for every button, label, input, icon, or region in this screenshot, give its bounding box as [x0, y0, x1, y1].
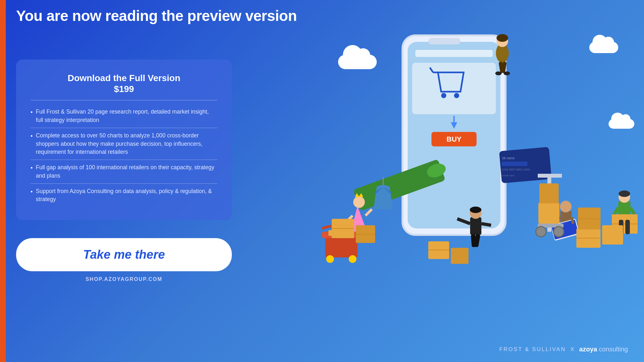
- svg-point-23: [495, 71, 502, 75]
- svg-point-24: [504, 71, 510, 75]
- feature-item-4: • Support from Azoya Consulting on data …: [31, 184, 217, 207]
- svg-point-74: [536, 227, 546, 237]
- footer-branding: FROST & SULLIVAN X azoya consulting: [499, 346, 628, 353]
- svg-rect-64: [451, 248, 469, 264]
- content-card: Download the Full Version $199 • Full Fr…: [16, 60, 232, 220]
- azoya-brand: azoya: [579, 346, 597, 353]
- bullet-2: •: [31, 132, 33, 140]
- svg-rect-15: [502, 162, 527, 166]
- feature-text-2: Complete access to over 50 charts to ana…: [36, 132, 217, 156]
- azoya-suffix: consulting: [597, 346, 628, 353]
- svg-point-20: [497, 34, 508, 42]
- cta-area: Take me there SHOP.AZOYAGROUP.COM: [16, 238, 232, 282]
- x-separator: X: [570, 346, 574, 353]
- svg-rect-68: [602, 225, 623, 245]
- svg-text:BUY: BUY: [447, 135, 462, 143]
- illustration-scene: BUY bk name 1234 4567 8901 2345 Credit c…: [306, 16, 644, 338]
- svg-rect-27: [325, 235, 357, 257]
- svg-point-8: [454, 93, 459, 98]
- svg-rect-58: [625, 220, 630, 234]
- svg-line-41: [481, 224, 491, 225]
- svg-text:bk name: bk name: [502, 156, 515, 160]
- feature-item-1: • Full Frost & Sullivan 20 page research…: [31, 104, 217, 128]
- card-title: Download the Full Version: [31, 72, 217, 84]
- svg-rect-76: [538, 203, 559, 224]
- svg-text:1234 4567 8901 2345: 1234 4567 8901 2345: [502, 168, 530, 171]
- accent-bar: [0, 0, 6, 362]
- frost-sullivan-label: FROST & SULLIVAN: [499, 346, 566, 353]
- bullet-1: •: [31, 108, 33, 116]
- take-me-there-button[interactable]: Take me there: [16, 238, 232, 271]
- cta-button-label: Take me there: [83, 248, 165, 261]
- cta-subtitle: SHOP.AZOYAGROUP.COM: [16, 276, 232, 282]
- bullet-4: •: [31, 188, 33, 196]
- main-illustration: BUY bk name 1234 4567 8901 2345 Credit c…: [306, 16, 644, 338]
- svg-point-29: [326, 255, 334, 263]
- svg-line-36: [365, 209, 372, 216]
- svg-point-7: [441, 93, 446, 98]
- svg-rect-3: [415, 50, 493, 57]
- feature-item-3: • Full gap analysis of 100 international…: [31, 160, 217, 184]
- svg-rect-2: [428, 38, 460, 44]
- svg-rect-37: [470, 217, 481, 235]
- feature-list: • Full Frost & Sullivan 20 page research…: [31, 104, 217, 207]
- svg-point-52: [619, 190, 630, 197]
- svg-point-75: [554, 227, 564, 237]
- feature-text-4: Support from Azoya Consulting on data an…: [36, 187, 217, 204]
- svg-point-45: [560, 201, 572, 212]
- azoya-label: azoya consulting: [579, 346, 628, 353]
- svg-point-30: [349, 255, 356, 263]
- feature-text-1: Full Frost & Sullivan 20 page research r…: [36, 108, 217, 124]
- feature-item-2: • Complete access to over 50 charts to a…: [31, 128, 217, 160]
- feature-text-3: Full gap analysis of 100 international r…: [36, 163, 217, 180]
- svg-rect-4: [412, 63, 496, 114]
- svg-point-39: [470, 207, 481, 213]
- svg-line-49: [572, 217, 573, 224]
- svg-text:Credit card: Credit card: [502, 174, 514, 177]
- svg-point-33: [353, 196, 365, 208]
- bullet-3: •: [31, 164, 33, 172]
- divider-top: [31, 100, 217, 100]
- svg-rect-72: [538, 174, 562, 178]
- svg-rect-77: [539, 183, 559, 203]
- card-price: $199: [31, 84, 217, 94]
